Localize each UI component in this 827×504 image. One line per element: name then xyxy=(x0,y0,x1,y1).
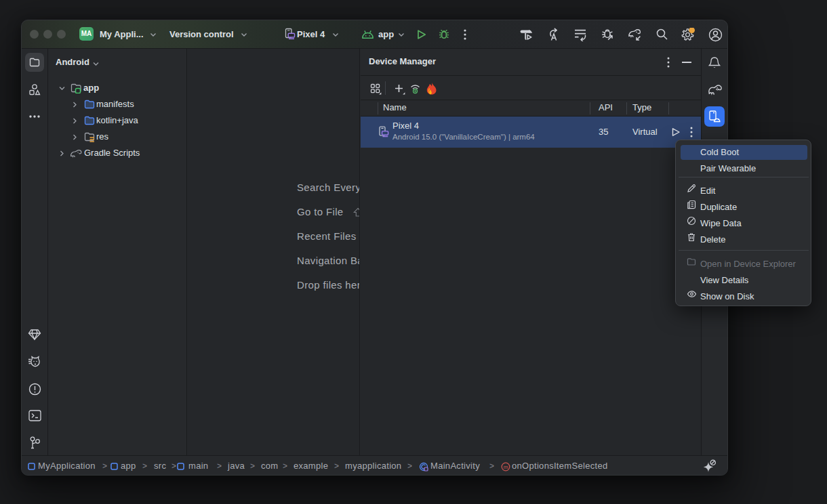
svg-text:m: m xyxy=(504,464,508,470)
